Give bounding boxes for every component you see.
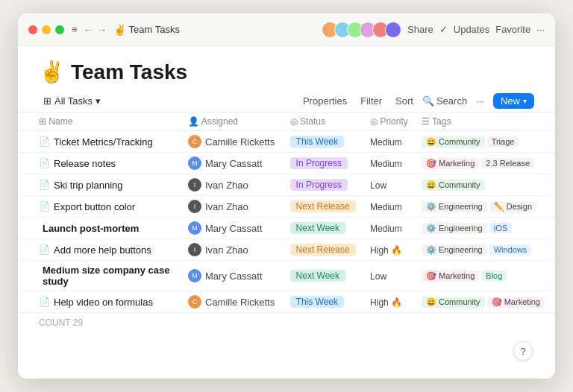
- filter-button[interactable]: Filter: [356, 94, 386, 108]
- new-button[interactable]: New ▾: [493, 93, 534, 109]
- search-button[interactable]: 🔍 Search: [422, 95, 467, 107]
- assignee-avatar: I: [188, 243, 201, 256]
- assignee-avatar: I: [188, 178, 201, 192]
- assignee-name: Ivan Zhao: [205, 180, 248, 191]
- share-button[interactable]: Share: [407, 24, 433, 35]
- traffic-lights: [28, 25, 64, 34]
- tag-badge: iOS: [489, 223, 512, 233]
- cell-status-3: Next Release: [284, 196, 364, 218]
- table-row[interactable]: 📄 Release notes M Mary Cassatt In Progre…: [18, 153, 555, 174]
- properties-button[interactable]: Properties: [298, 94, 351, 108]
- tag-badge: ⚙️ Engineering: [422, 201, 487, 212]
- task-name-text: Ticket Metrics/Tracking: [54, 136, 153, 148]
- cell-assigned-3: I Ivan Zhao: [182, 196, 284, 218]
- assignee-name: Camille Ricketts: [205, 297, 275, 308]
- close-button[interactable]: [28, 25, 37, 34]
- table-row[interactable]: Medium size company case study M Mary Ca…: [18, 261, 555, 291]
- status-badge: Next Week: [290, 222, 345, 234]
- tag-badge: ⚙️ Engineering: [422, 244, 487, 256]
- favorite-button[interactable]: Favorite: [495, 24, 530, 35]
- status-col-icon: ◎: [290, 116, 298, 127]
- forward-button[interactable]: →: [97, 24, 107, 36]
- count-label: COUNT 29: [39, 317, 83, 328]
- sort-button[interactable]: Sort: [391, 94, 418, 108]
- table-row[interactable]: Launch post-mortem M Mary Cassatt Next W…: [18, 218, 555, 239]
- updates-check-icon: ✓: [439, 24, 448, 35]
- assignee-name: Ivan Zhao: [205, 244, 248, 256]
- table-icon: ⊞: [43, 95, 51, 107]
- cell-status-7: This Week: [284, 291, 364, 313]
- assignee-avatar: M: [188, 269, 201, 282]
- cell-assigned-1: M Mary Cassatt: [182, 153, 284, 174]
- maximize-button[interactable]: [55, 25, 64, 34]
- menu-icon[interactable]: ≡: [72, 24, 78, 35]
- cell-name-3: 📄 Export button color: [18, 196, 182, 218]
- updates-button[interactable]: Updates: [454, 24, 489, 35]
- tag-badge: Blog: [481, 271, 507, 281]
- assigned-col-icon: 👤: [188, 116, 199, 127]
- priority-col-label: Priority: [380, 116, 407, 127]
- cell-name-7: 📄 Help video on formulas: [18, 291, 182, 313]
- view-label: All Tasks: [54, 95, 93, 107]
- tag-badge: ✏️ Design: [489, 201, 536, 212]
- search-label: Search: [436, 95, 467, 107]
- tag-badge: 🎯 Marketing: [422, 271, 479, 282]
- table-row[interactable]: 📄 Ski trip planning I Ivan Zhao In Progr…: [18, 174, 555, 196]
- task-name-text: Add more help buttons: [54, 244, 151, 256]
- table-row[interactable]: 📄 Add more help buttons I Ivan Zhao Next…: [18, 239, 555, 261]
- new-label: New: [501, 95, 520, 107]
- col-tags: ☰ Tags: [416, 113, 555, 131]
- cell-name-6: Medium size company case study: [18, 261, 182, 291]
- collaborator-avatars: [322, 22, 401, 38]
- cell-tags-1: 🎯 Marketing2.3 Release: [416, 153, 555, 174]
- back-button[interactable]: ←: [84, 24, 94, 36]
- col-priority: ◎ Priority: [364, 113, 416, 131]
- titlebar: ≡ ← → ✌️ Team Tasks Share ✓ Updates: [18, 13, 555, 46]
- view-selector[interactable]: ⊞ All Tasks ▾: [39, 94, 105, 108]
- tag-badge: 😄 Community: [422, 297, 485, 308]
- row-icon: 📄: [39, 136, 50, 147]
- status-badge: Next Release: [290, 200, 356, 212]
- count-bar: COUNT 29: [18, 312, 555, 332]
- assignee-name: Mary Cassatt: [205, 223, 263, 234]
- row-icon: 📄: [39, 201, 50, 212]
- task-name-text: Release notes: [54, 158, 116, 169]
- status-col-label: Status: [300, 116, 325, 127]
- cell-name-2: 📄 Ski trip planning: [18, 174, 182, 196]
- page-content: ✌️ Team Tasks ⊞ All Tasks ▾ Properties F…: [18, 46, 555, 379]
- status-badge: In Progress: [290, 179, 348, 191]
- tag-badge: 😄 Community: [422, 136, 485, 148]
- priority-badge: Medium: [370, 202, 402, 212]
- status-badge: Next Week: [290, 270, 345, 282]
- page-emoji: ✌️: [39, 60, 65, 84]
- task-name-text: Help video on formulas: [54, 297, 153, 308]
- table-row[interactable]: 📄 Export button color I Ivan Zhao Next R…: [18, 196, 555, 218]
- tasks-table: ⊞ Name 👤 Assigned ◎ Status ◎: [18, 113, 555, 312]
- toolbar-more-button[interactable]: ···: [472, 94, 489, 108]
- cell-assigned-5: I Ivan Zhao: [182, 239, 284, 261]
- assignee-avatar: I: [188, 200, 201, 213]
- status-badge: This Week: [290, 296, 344, 308]
- table-row[interactable]: 📄 Help video on formulas C Camille Ricke…: [18, 291, 555, 313]
- row-icon: 📄: [39, 297, 50, 307]
- titlebar-right: Share ✓ Updates Favorite ···: [322, 22, 545, 38]
- help-button[interactable]: ?: [513, 341, 533, 361]
- nav-arrows: ← →: [84, 24, 107, 36]
- cell-status-1: In Progress: [284, 153, 364, 174]
- table-row[interactable]: 📄 Ticket Metrics/Tracking C Camille Rick…: [18, 131, 555, 153]
- assigned-col-label: Assigned: [201, 116, 238, 127]
- minimize-button[interactable]: [42, 25, 51, 34]
- task-name-text: Medium size company case study: [43, 265, 176, 287]
- cell-priority-2: Low: [364, 174, 416, 196]
- assignee-name: Mary Cassatt: [205, 158, 263, 169]
- cell-priority-7: High 🔥: [364, 291, 416, 313]
- more-options-button[interactable]: ···: [536, 24, 545, 35]
- page-header: ✌️ Team Tasks: [18, 46, 555, 89]
- main-window: ≡ ← → ✌️ Team Tasks Share ✓ Updates: [18, 13, 555, 379]
- cell-tags-0: 😄 CommunityTriage: [416, 131, 555, 153]
- toolbar: ⊞ All Tasks ▾ Properties Filter Sort 🔍 S…: [18, 89, 555, 113]
- tag-badge: 😄 Community: [422, 180, 485, 191]
- cell-status-2: In Progress: [284, 174, 364, 196]
- new-chevron-icon: ▾: [523, 97, 527, 105]
- priority-badge: Medium: [370, 159, 402, 169]
